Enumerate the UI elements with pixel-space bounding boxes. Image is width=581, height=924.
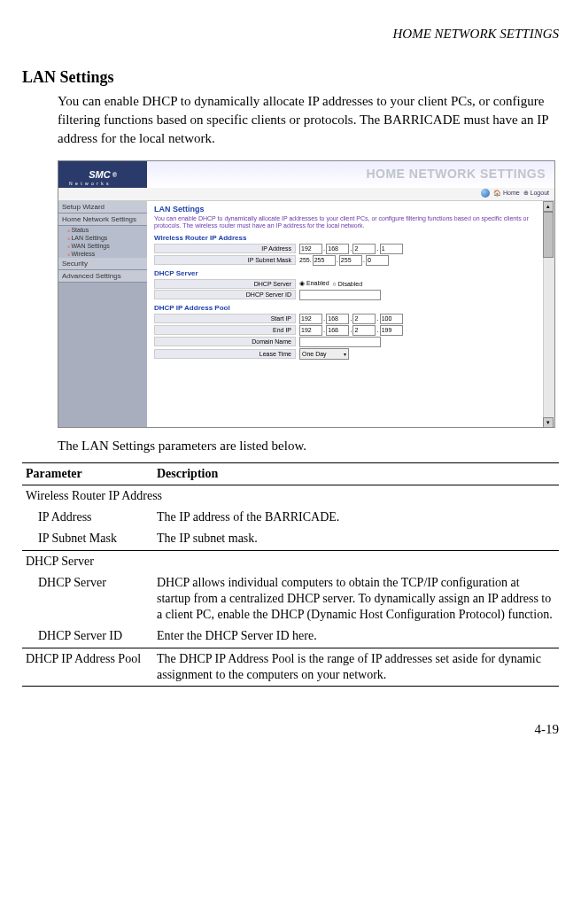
banner-title: HOME NETWORK SETTINGS xyxy=(366,167,546,181)
banner-bar: SMC® N e t w o r k s HOME NETWORK SETTIN… xyxy=(58,161,554,188)
subnet-prefix: 255. xyxy=(299,257,312,263)
ip-octet-1[interactable]: 192 xyxy=(299,244,322,254)
table-caption: The LAN Settings parameters are listed b… xyxy=(58,439,559,454)
row-dhcp-id-desc: Enter the DHCP Server ID here. xyxy=(153,625,559,648)
sidebar-home-network[interactable]: Home Network Settings xyxy=(58,214,147,226)
domain-input[interactable] xyxy=(299,337,381,347)
logout-link[interactable]: ⊕ Logout xyxy=(523,190,549,196)
row-section-router-ip: Wireless Router IP Address xyxy=(22,485,559,508)
end-ip-1[interactable]: 192 xyxy=(299,325,322,336)
start-ip-3[interactable]: 2 xyxy=(352,314,376,324)
sidebar-setup-wizard[interactable]: Setup Wizard xyxy=(58,201,147,214)
row-subnet-param: IP Subnet Mask xyxy=(22,528,153,550)
parameter-table: Parameter Description Wireless Router IP… xyxy=(22,462,559,687)
section-router-ip: Wireless Router IP Address xyxy=(154,234,547,242)
sidebar-wireless[interactable]: Wireless xyxy=(58,250,147,258)
ip-octet-4[interactable]: 1 xyxy=(380,244,403,254)
sidebar-wan[interactable]: WAN Settings xyxy=(58,242,147,250)
sidebar: Setup Wizard Home Network Settings Statu… xyxy=(58,201,147,428)
ip-address-label: IP Address xyxy=(154,244,296,253)
globe-icon xyxy=(481,189,490,198)
scroll-down-icon[interactable]: ▾ xyxy=(543,417,554,428)
row-section-dhcp-server: DHCP Server xyxy=(22,550,559,572)
subnet-label: IP Subnet Mask xyxy=(154,255,296,265)
section-title: LAN Settings xyxy=(22,68,559,87)
smc-logo: SMC® N e t w o r k s xyxy=(58,161,147,188)
router-screenshot: SMC® N e t w o r k s HOME NETWORK SETTIN… xyxy=(58,160,555,428)
section-dhcp-pool: DHCP IP Address Pool xyxy=(154,304,547,312)
dhcp-id-input[interactable] xyxy=(299,290,381,300)
sidebar-lan[interactable]: LAN Settings xyxy=(58,234,147,242)
content-pane: LAN Settings You can enable DHCP to dyna… xyxy=(147,201,554,428)
sidebar-status[interactable]: Status xyxy=(58,226,147,234)
dhcp-disabled-radio[interactable]: ○ Disabled xyxy=(333,281,362,287)
subnet-octet-4[interactable]: 0 xyxy=(366,255,389,266)
dhcp-enabled-radio[interactable]: ◉ Enabled xyxy=(299,280,329,287)
start-ip-label: Start IP xyxy=(154,314,296,323)
row-subnet-desc: The IP subnet mask. xyxy=(153,528,559,550)
start-ip-1[interactable]: 192 xyxy=(299,314,322,324)
scrollbar[interactable]: ▴ ▾ xyxy=(543,201,554,428)
page-number: 4-19 xyxy=(22,722,559,737)
row-dhcp-server-desc: DHCP allows individual computers to obta… xyxy=(153,572,559,626)
start-ip-4[interactable]: 100 xyxy=(380,314,403,324)
row-dhcp-pool-param: DHCP IP Address Pool xyxy=(22,648,153,686)
scroll-thumb[interactable] xyxy=(543,212,554,258)
page-header: HOME NETWORK SETTINGS xyxy=(22,27,559,42)
row-ip-address-desc: The IP address of the BARRICADE. xyxy=(153,507,559,528)
logo-text: SMC xyxy=(89,169,110,180)
row-ip-address-param: IP Address xyxy=(22,507,153,528)
dhcp-server-label: DHCP Server xyxy=(154,279,296,289)
lease-label: Lease Time xyxy=(154,349,296,359)
start-ip-2[interactable]: 168 xyxy=(326,314,349,324)
ip-octet-3[interactable]: 2 xyxy=(352,244,376,254)
end-ip-3[interactable]: 2 xyxy=(352,325,376,336)
subnet-octet-2[interactable]: 255 xyxy=(313,255,336,266)
sidebar-security[interactable]: Security xyxy=(58,258,147,270)
toolbar: 🏠 Home ⊕ Logout xyxy=(58,188,554,201)
content-desc: You can enable DHCP to dynamically alloc… xyxy=(154,215,547,230)
logo-reg: ® xyxy=(112,172,117,178)
subnet-octet-3[interactable]: 255 xyxy=(339,255,362,266)
th-description: Description xyxy=(153,463,559,485)
dhcp-id-label: DHCP Server ID xyxy=(154,290,296,299)
scroll-up-icon[interactable]: ▴ xyxy=(543,201,554,212)
home-link[interactable]: 🏠 Home xyxy=(493,190,520,196)
content-title: LAN Settings xyxy=(154,205,547,214)
end-ip-label: End IP xyxy=(154,325,296,335)
row-dhcp-server-param: DHCP Server xyxy=(22,572,153,626)
row-dhcp-pool-desc: The DHCP IP Address Pool is the range of… xyxy=(153,648,559,686)
ip-octet-2[interactable]: 168 xyxy=(326,244,349,254)
end-ip-4[interactable]: 199 xyxy=(380,325,403,336)
section-dhcp-server: DHCP Server xyxy=(154,269,547,277)
end-ip-2[interactable]: 168 xyxy=(326,325,349,336)
row-dhcp-id-param: DHCP Server ID xyxy=(22,625,153,648)
intro-text: You can enable DHCP to dynamically alloc… xyxy=(58,92,559,148)
lease-select[interactable]: One Day xyxy=(299,348,349,360)
domain-label: Domain Name xyxy=(154,337,296,346)
th-parameter: Parameter xyxy=(22,463,153,485)
logo-subtext: N e t w o r k s xyxy=(69,181,110,186)
sidebar-advanced[interactable]: Advanced Settings xyxy=(58,270,147,283)
